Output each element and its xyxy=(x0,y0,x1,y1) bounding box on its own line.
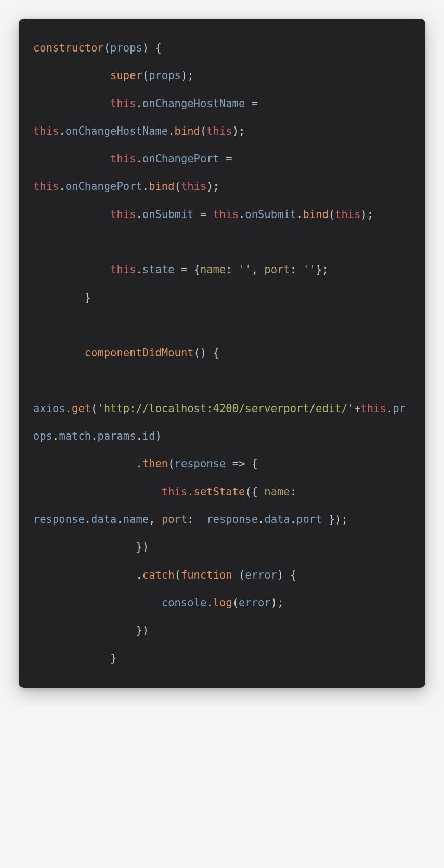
code-token: onChangeHostName xyxy=(66,125,168,137)
code-token: . xyxy=(136,263,142,276)
code-token: constructor xyxy=(33,42,104,54)
code-token: . xyxy=(136,97,142,110)
code-token xyxy=(33,152,110,165)
code-token: ( xyxy=(175,569,181,581)
code-token: . xyxy=(116,513,123,526)
code-token: params xyxy=(97,430,136,442)
code-token: error xyxy=(239,596,271,609)
code-token: . xyxy=(136,430,142,442)
code-token: ({ xyxy=(245,486,264,498)
code-token: : xyxy=(226,263,239,276)
code-token: . xyxy=(142,180,149,193)
code-token: }) xyxy=(33,541,149,553)
code-token: ( xyxy=(200,125,206,137)
code-token: ); xyxy=(271,596,284,609)
code-token xyxy=(33,375,110,387)
code-token: port xyxy=(162,513,187,526)
code-token xyxy=(33,263,110,276)
code-token xyxy=(33,347,85,359)
code-token: axios xyxy=(33,402,66,415)
code-token xyxy=(33,486,162,498)
code-token: ( xyxy=(232,569,245,581)
code-token: . xyxy=(239,208,245,221)
code-token: setState xyxy=(194,486,245,498)
code-token: , xyxy=(149,513,162,526)
code-token: = xyxy=(245,97,264,110)
code-token: this xyxy=(110,97,136,110)
code-token: . xyxy=(136,208,142,221)
code-token: , xyxy=(252,263,265,276)
code-token: props xyxy=(110,42,142,54)
code-token: catch xyxy=(142,569,175,581)
code-token: super xyxy=(110,69,142,82)
code-token: onChangePort xyxy=(66,180,142,193)
code-token: bind xyxy=(149,180,174,193)
code-token: ( xyxy=(142,69,149,82)
code-token: ); xyxy=(232,125,245,137)
code-token: } xyxy=(33,291,91,304)
code-token: onChangePort xyxy=(142,152,219,165)
code-token xyxy=(33,208,110,221)
code-token: data xyxy=(264,513,290,526)
code-token: log xyxy=(213,596,232,609)
code-token: this xyxy=(181,180,206,193)
code-token: . xyxy=(85,513,91,526)
code-token: = { xyxy=(175,263,200,276)
code-token: . xyxy=(136,152,142,165)
code-token: + xyxy=(354,402,360,415)
code-token: () { xyxy=(194,347,219,359)
code-token: this xyxy=(335,208,360,221)
code-token: . xyxy=(53,430,59,442)
code-token: ) xyxy=(155,430,162,442)
code-token: ) { xyxy=(142,42,162,54)
code-token: bind xyxy=(175,125,200,137)
code-token: . xyxy=(66,402,72,415)
code-token: . xyxy=(187,486,193,498)
code-token: . xyxy=(386,402,393,415)
code-token: ); xyxy=(361,208,374,221)
code-token: this xyxy=(33,125,59,137)
code-token: bind xyxy=(303,208,328,221)
code-token: ( xyxy=(91,402,97,415)
code-token: then xyxy=(142,457,168,470)
code-token: . xyxy=(296,208,303,221)
code-token: response xyxy=(200,513,258,526)
code-token: : xyxy=(290,486,303,498)
code-token xyxy=(33,596,162,609)
code-token: this xyxy=(360,402,386,415)
code-token: function xyxy=(181,569,232,581)
code-token: . xyxy=(168,125,174,137)
code-token xyxy=(33,97,110,110)
code-token: name xyxy=(123,513,149,526)
code-token: port xyxy=(296,513,322,526)
code-token: this xyxy=(33,180,59,193)
code-token: port xyxy=(264,263,290,276)
code-token: name xyxy=(264,486,290,498)
code-token: . xyxy=(290,513,296,526)
code-token: '' xyxy=(303,263,316,276)
code-token: . xyxy=(33,569,142,581)
code-token: }; xyxy=(316,263,329,276)
code-token: . xyxy=(258,513,264,526)
code-token: . xyxy=(59,180,65,193)
code-token: this xyxy=(110,263,136,276)
code-token: . xyxy=(59,125,65,137)
code-token: this xyxy=(206,125,232,137)
code-token: ( xyxy=(168,457,174,470)
code-token: ); xyxy=(206,180,219,193)
code-token: }) xyxy=(33,624,149,636)
code-token: . xyxy=(91,430,97,442)
code-token: onChangeHostName xyxy=(142,97,245,110)
code-token: ( xyxy=(175,180,181,193)
code-card: constructor(props) { super(props); this.… xyxy=(19,19,425,688)
code-token: response xyxy=(175,457,226,470)
code-token: . xyxy=(33,457,142,470)
code-token: this xyxy=(213,208,239,221)
code-token: console xyxy=(162,596,206,609)
code-token: props xyxy=(149,69,181,82)
code-token: ) { xyxy=(277,569,296,581)
code-token: 'http://localhost:4200/serverport/edit/' xyxy=(97,402,354,415)
code-token: }); xyxy=(322,513,347,526)
code-token: error xyxy=(245,569,277,581)
code-token: ( xyxy=(232,596,239,609)
